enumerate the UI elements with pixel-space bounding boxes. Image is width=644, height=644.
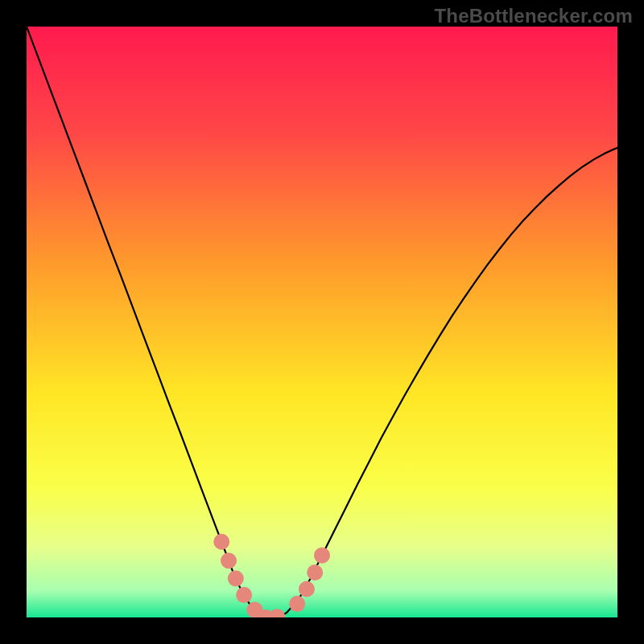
plot-area — [27, 27, 617, 617]
marker-dot — [213, 534, 229, 550]
marker-dot — [289, 596, 305, 612]
chart-frame: TheBottlenecker.com — [0, 0, 644, 644]
marker-dot — [228, 571, 244, 587]
marker-dot — [314, 547, 330, 564]
marker-dot — [221, 553, 237, 569]
marker-dot — [299, 581, 315, 597]
gradient-background — [27, 27, 617, 617]
marker-dot — [307, 564, 323, 580]
marker-dot — [236, 587, 252, 603]
watermark-text: TheBottlenecker.com — [434, 5, 633, 27]
chart-svg — [27, 27, 617, 617]
